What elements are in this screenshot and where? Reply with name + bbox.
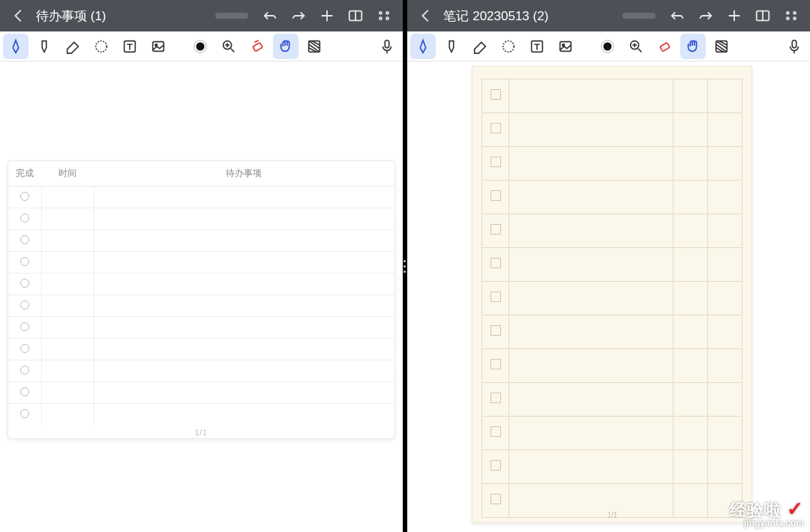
table-row[interactable] — [482, 79, 742, 113]
table-row[interactable] — [482, 417, 742, 450]
split-button-r[interactable] — [748, 0, 777, 31]
svg-point-2 — [386, 12, 388, 14]
checkbox-square[interactable] — [490, 359, 501, 369]
zoom-tool[interactable] — [216, 34, 242, 59]
highlighter-tool[interactable] — [32, 34, 57, 59]
checkbox-square[interactable] — [490, 157, 501, 167]
checkbox-square[interactable] — [490, 123, 501, 133]
table-row[interactable] — [482, 147, 742, 181]
checkbox-circle[interactable] — [20, 192, 29, 201]
undo-button-r[interactable] — [663, 0, 692, 31]
table-row[interactable] — [482, 248, 742, 282]
checkbox-square[interactable] — [490, 89, 501, 100]
color-tool-r[interactable] — [595, 34, 620, 59]
table-row[interactable] — [8, 360, 394, 382]
table-row[interactable] — [8, 404, 394, 426]
left-pane: 待办事项 (1) 完成 时间 待办事项 — [0, 0, 403, 532]
mic-icon — [379, 38, 395, 55]
checkbox-circle[interactable] — [20, 344, 29, 353]
image-tool[interactable] — [146, 34, 171, 59]
hand-tool[interactable] — [273, 34, 298, 59]
mic-tool-r[interactable] — [782, 34, 807, 59]
text-tool-r[interactable] — [524, 34, 550, 59]
split-icon — [347, 7, 364, 24]
checkbox-circle[interactable] — [20, 300, 29, 309]
checkbox-circle[interactable] — [20, 235, 29, 244]
table-row[interactable] — [8, 382, 394, 404]
eraser-tool[interactable] — [60, 34, 86, 59]
table-row[interactable] — [482, 349, 742, 383]
checkbox-square[interactable] — [490, 224, 501, 235]
pattern-tool[interactable] — [302, 34, 327, 59]
table-row[interactable] — [8, 273, 394, 295]
eraser-tool-r[interactable] — [467, 34, 493, 59]
table-row[interactable] — [8, 339, 394, 360]
redo-button[interactable] — [284, 0, 313, 31]
checkbox-circle[interactable] — [20, 366, 29, 375]
text-tool[interactable] — [117, 34, 142, 59]
table-row[interactable] — [482, 315, 742, 349]
checkbox-circle[interactable] — [20, 322, 29, 331]
eraser2-tool[interactable] — [244, 34, 270, 59]
checkbox-circle[interactable] — [20, 279, 29, 288]
image-tool-r[interactable] — [553, 34, 578, 59]
checkbox-square[interactable] — [490, 258, 501, 268]
lasso-tool-r[interactable] — [496, 34, 521, 59]
table-row[interactable] — [482, 383, 742, 417]
pane-divider[interactable] — [403, 0, 408, 532]
back-button-r[interactable] — [412, 0, 440, 31]
title-right: 笔记 20230513 (2) — [443, 7, 548, 25]
checkbox-square[interactable] — [490, 393, 501, 403]
checkbox-square[interactable] — [490, 494, 501, 504]
lasso-tool[interactable] — [88, 34, 114, 59]
table-row[interactable] — [8, 295, 394, 317]
highlighter-tool-r[interactable] — [439, 34, 464, 59]
checkbox-square[interactable] — [490, 426, 501, 437]
table-row[interactable] — [482, 113, 742, 147]
pen-tool[interactable] — [3, 34, 28, 59]
more-button-r[interactable] — [777, 0, 806, 31]
color-tool[interactable] — [188, 34, 213, 59]
add-button[interactable] — [313, 0, 341, 31]
undo-button[interactable] — [256, 0, 284, 31]
more-button[interactable] — [370, 0, 398, 31]
table-row[interactable] — [8, 187, 394, 208]
checkbox-circle[interactable] — [20, 214, 29, 223]
window-handle[interactable] — [215, 13, 248, 19]
plus-icon — [726, 7, 742, 24]
checkbox-square[interactable] — [490, 291, 501, 302]
checkbox-square[interactable] — [490, 460, 501, 471]
table-row[interactable] — [482, 450, 742, 484]
add-button-r[interactable] — [720, 0, 748, 31]
table-row[interactable] — [482, 181, 742, 214]
split-button[interactable] — [341, 0, 370, 31]
hand-tool-r[interactable] — [680, 34, 706, 59]
canvas-left[interactable]: 完成 时间 待办事项 1/1 — [0, 61, 403, 532]
checkbox-circle[interactable] — [20, 387, 29, 396]
table-row[interactable] — [8, 317, 394, 339]
back-icon — [418, 7, 434, 24]
table-row[interactable] — [8, 208, 394, 230]
mic-tool[interactable] — [374, 34, 400, 59]
checkbox-circle[interactable] — [20, 409, 29, 418]
redo-button-r[interactable] — [692, 0, 720, 31]
zoom-tool-r[interactable] — [623, 34, 649, 59]
checkbox-square[interactable] — [490, 190, 501, 201]
eraser2-tool-r[interactable] — [652, 34, 677, 59]
checkbox-circle[interactable] — [20, 257, 29, 266]
col-done-header: 完成 — [8, 161, 41, 187]
right-pane: 笔记 20230513 (2) 1/1 — [407, 0, 810, 532]
table-row[interactable] — [482, 282, 742, 315]
color-icon — [192, 38, 208, 55]
pen-tool-r[interactable] — [410, 34, 436, 59]
table-row[interactable] — [482, 214, 742, 248]
table-row[interactable] — [8, 230, 394, 252]
note-page: 1/1 — [472, 66, 752, 523]
svg-point-18 — [787, 17, 789, 19]
canvas-right[interactable]: 1/1 — [407, 61, 810, 532]
table-row[interactable] — [8, 252, 394, 273]
pattern-tool-r[interactable] — [709, 34, 734, 59]
checkbox-square[interactable] — [490, 325, 501, 336]
window-handle-r[interactable] — [622, 13, 656, 19]
back-button[interactable] — [4, 0, 33, 31]
